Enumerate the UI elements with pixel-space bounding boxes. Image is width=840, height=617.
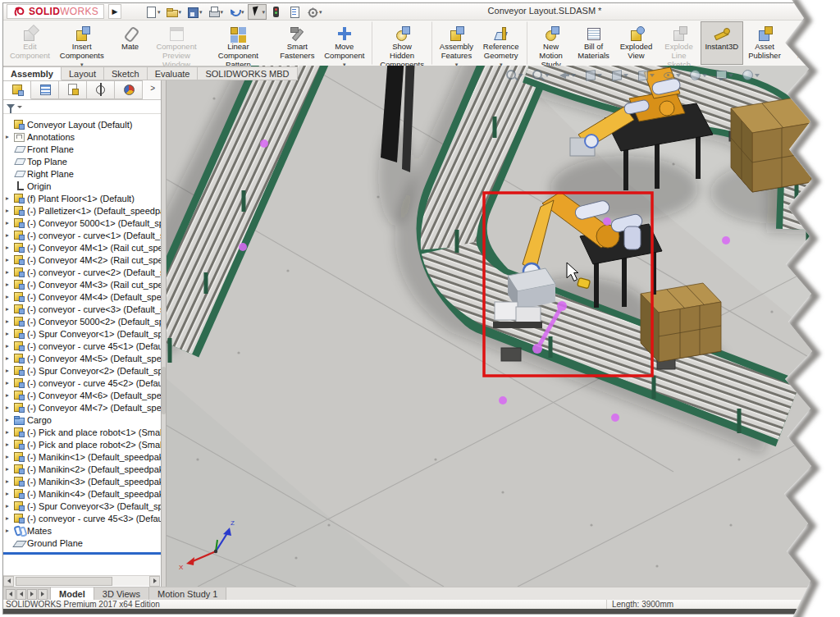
dropdown-caret-icon[interactable] <box>676 74 681 77</box>
tree-item[interactable]: ▸ (-) Conveyor 4M<7> (Default_speedpak) <box>3 401 161 414</box>
tree-item[interactable]: ▸ (-) Conveyor 4M<2> (Rail cut_speedpak) <box>3 254 161 266</box>
dropdown-caret-icon[interactable] <box>728 74 733 77</box>
tree-item[interactable]: ▸ (-) Conveyor 4M<1> (Rail cut_speedpak) <box>3 241 161 254</box>
edit-component-button[interactable]: Edit Component <box>5 21 55 65</box>
scrollbar-thumb[interactable] <box>16 577 112 586</box>
file-properties-button[interactable] <box>286 4 303 20</box>
mate-button[interactable]: Mate <box>109 21 152 65</box>
dropdown-caret-icon[interactable] <box>650 74 655 77</box>
expand-arrow-icon[interactable]: ▸ <box>6 367 14 374</box>
expand-arrow-icon[interactable]: ▸ <box>6 453 14 460</box>
dropdown-caret-icon[interactable] <box>702 74 707 77</box>
featuremanager-tab[interactable] <box>3 80 31 99</box>
dropdown-caret-icon[interactable] <box>597 74 602 77</box>
exploded-view-button[interactable]: Exploded View <box>615 21 658 65</box>
print-button[interactable]: ▾ <box>206 4 226 20</box>
tree-item[interactable]: ▸ (-) conveyor - curve<2> (Default_speed… <box>3 266 161 278</box>
study-tab[interactable]: Motion Study 1 <box>149 587 226 601</box>
filter-caret-icon[interactable] <box>17 106 22 108</box>
tree-item[interactable]: ▸ (-) Manikin<3> (Default_speedpak) <box>3 475 161 487</box>
tree-item[interactable]: ▸ Annotations <box>3 130 161 143</box>
tree-item[interactable]: ▸ Mates <box>3 524 161 537</box>
expand-arrow-icon[interactable]: ▸ <box>6 379 14 386</box>
linear-component-pattern-button[interactable]: Linear Component Pattern ▾ <box>201 21 275 65</box>
expand-arrow-icon[interactable]: ▸ <box>6 441 14 448</box>
dropdown-caret-icon[interactable]: ▾ <box>262 9 266 16</box>
last-tab-button[interactable] <box>38 589 48 600</box>
expand-arrow-icon[interactable]: ▸ <box>6 514 14 522</box>
expand-arrow-icon[interactable]: ▸ <box>6 133 14 140</box>
dropdown-caret-icon[interactable] <box>755 74 760 77</box>
insert-components-button[interactable]: Insert Components ▾ <box>55 21 109 65</box>
command-tab[interactable]: SOLIDWORKS MBD <box>198 66 297 80</box>
rollback-bar[interactable] <box>3 552 161 555</box>
tree-item[interactable]: ▸ (-) Pick and place robot<2> (Small_spe… <box>3 438 161 450</box>
dropdown-caret-icon[interactable] <box>623 74 628 77</box>
expand-arrow-icon[interactable]: ▸ <box>6 318 14 325</box>
tree-item[interactable]: Ground Plane <box>3 537 161 549</box>
expand-arrow-icon[interactable]: ▸ <box>6 256 14 263</box>
open-button[interactable]: ▾ <box>164 4 184 20</box>
explode-line-sketch-button[interactable]: Explode Line Sketch <box>658 21 701 65</box>
tree-item[interactable]: ▸ (-) conveyor - curve 45<1> (Default_sp… <box>3 340 161 352</box>
dropdown-caret-icon[interactable]: ▾ <box>319 9 322 16</box>
expand-arrow-icon[interactable]: ▸ <box>6 490 14 497</box>
expand-arrow-icon[interactable]: ▸ <box>6 404 14 411</box>
expand-arrow-icon[interactable]: ▸ <box>6 342 14 350</box>
tree-item[interactable]: ▸ (-) Conveyor 4M<5> (Default_speedpak) <box>3 352 161 364</box>
dropdown-caret-icon[interactable] <box>545 74 550 77</box>
save-button[interactable]: ▾ <box>185 4 204 20</box>
dropdown-caret-icon[interactable]: ▾ <box>199 9 203 16</box>
expand-arrow-icon[interactable]: ▸ <box>6 527 14 534</box>
tree-item[interactable]: ▸ (-) conveyor - curve<3> (Default_speed… <box>3 303 161 315</box>
tree-horizontal-scrollbar[interactable] <box>3 575 160 586</box>
tree-item[interactable]: ▸ (f) Plant Floor<1> (Default) <box>3 192 161 204</box>
tree-item[interactable]: ▸ (-) Conveyor 4M<6> (Default_speedpak) <box>3 389 161 401</box>
tree-item[interactable]: ▸ (-) Conveyor 5000<1> (Default_speedpak… <box>3 217 161 229</box>
expand-arrow-icon[interactable]: ▸ <box>6 268 14 276</box>
expand-arrow-icon[interactable]: ▸ <box>6 194 14 202</box>
configurationmanager-tab[interactable] <box>59 80 87 99</box>
expand-arrow-icon[interactable]: ▸ <box>6 305 14 313</box>
graphics-area[interactable]: X Z <box>165 66 815 587</box>
scroll-right-button[interactable] <box>149 576 160 587</box>
component-preview-window-button[interactable]: Component Preview Window <box>152 21 202 65</box>
study-tab[interactable]: Model <box>51 587 94 601</box>
instant3d-button[interactable]: Instant3D <box>701 21 743 65</box>
dropdown-caret-icon[interactable]: ▾ <box>241 9 244 16</box>
tree-filter-row[interactable] <box>3 100 161 114</box>
expand-arrow-icon[interactable]: ▸ <box>6 391 14 399</box>
tree-item[interactable]: ▸ (-) Pick and place robot<1> (Small_spe… <box>3 426 161 438</box>
dropdown-caret-icon[interactable] <box>518 74 523 77</box>
tree-item[interactable]: ▸ (-) Palletizer<1> (Default_speedpak) <box>3 204 161 217</box>
tree-item[interactable]: Top Plane <box>3 155 161 167</box>
expand-arrow-icon[interactable]: ▸ <box>6 330 14 337</box>
cargo-pallet-large[interactable] <box>731 94 815 192</box>
expand-arrow-icon[interactable]: ▸ <box>6 219 14 226</box>
dropdown-caret-icon[interactable]: ▾ <box>158 9 161 16</box>
undo-button[interactable]: ▾ <box>226 4 246 20</box>
tree-item[interactable]: ▸ (-) Conveyor 5000<2> (Default_speedpak… <box>3 315 161 327</box>
prev-tab-button[interactable] <box>16 589 26 600</box>
panel-splitter[interactable] <box>161 80 167 587</box>
assembly-features-button[interactable]: Assembly Features ▾ <box>431 21 478 65</box>
move-component-button[interactable]: Move Component ▾ <box>319 21 369 65</box>
asset-publisher-button[interactable]: Asset Publisher <box>743 21 786 65</box>
tree-item[interactable]: ▸ (-) Manikin<4> (Default_speedpak) <box>3 487 161 500</box>
expand-arrow-icon[interactable]: ▸ <box>6 281 14 288</box>
first-tab-button[interactable] <box>6 589 16 600</box>
tree-item[interactable]: Right Plane <box>3 167 161 180</box>
rebuild-stoplight-button[interactable] <box>268 4 285 20</box>
splitter-grip[interactable] <box>162 367 166 414</box>
dimxpertmanager-tab[interactable] <box>87 80 115 99</box>
dropdown-caret-icon[interactable] <box>571 74 576 77</box>
tree-item[interactable]: ▸ (-) Conveyor 4M<3> (Rail cut_speedpak) <box>3 278 161 290</box>
tree-item[interactable]: ▸ (-) Spur Conveyor<3> (Default_speedpak… <box>3 500 161 512</box>
command-tab[interactable]: Assembly <box>3 66 62 80</box>
panel-expand-chevron[interactable]: > <box>150 84 155 93</box>
dropdown-caret-icon[interactable]: ▾ <box>221 9 224 16</box>
expand-arrow-icon[interactable]: ▸ <box>6 354 14 362</box>
tree-item[interactable]: ▸ (-) Spur Conveyor<1> (Default_speedpak… <box>3 327 161 340</box>
expand-arrow-icon[interactable]: ▸ <box>6 244 14 251</box>
new-document-button[interactable]: ▾ <box>143 4 162 20</box>
